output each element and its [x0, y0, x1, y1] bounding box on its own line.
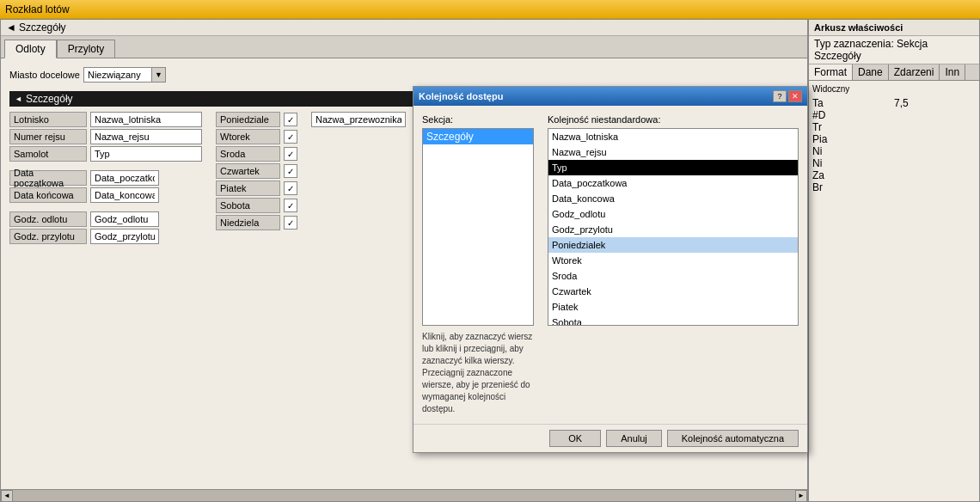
dialog-help-button[interactable]: ? — [773, 90, 787, 102]
kolejnosc-title: Kolejność niestandardowa: — [548, 114, 799, 125]
ok-button[interactable]: OK — [549, 430, 601, 447]
kolejnosc-col: Kolejność niestandardowa: Nazwa_lotniska… — [548, 114, 799, 415]
auto-order-button[interactable]: Kolejność automatyczna — [667, 430, 799, 447]
sekcja-title: Sekcja: — [422, 114, 534, 125]
dialog-close-button[interactable]: ✕ — [788, 90, 802, 102]
list-item-2[interactable]: Typ — [548, 160, 798, 175]
dialog-titlebar: Kolejność dostępu ? ✕ — [413, 87, 807, 106]
dialog-title: Kolejność dostępu — [419, 91, 503, 101]
sekcja-col: Sekcja: Szczegóły Kliknij, aby zaznaczyć… — [422, 114, 534, 415]
list-item-10[interactable]: Czwartek — [548, 284, 798, 299]
dialog-overlay: Kolejność dostępu ? ✕ Sekcja: Szczegóły … — [0, 0, 980, 502]
list-item-12[interactable]: Sobota — [548, 315, 798, 326]
dialog-columns: Sekcja: Szczegóły Kliknij, aby zaznaczyć… — [422, 114, 799, 415]
list-item-6[interactable]: Godz_przylotu — [548, 222, 798, 237]
kolejnosc-list[interactable]: Nazwa_lotniska Nazwa_rejsu Typ Data_pocz… — [548, 128, 799, 326]
dialog-controls: ? ✕ — [773, 90, 802, 102]
list-item-0[interactable]: Nazwa_lotniska — [548, 129, 798, 144]
list-item-7[interactable]: Poniedzialek — [548, 237, 798, 253]
sekcja-list[interactable]: Szczegóły — [422, 128, 534, 326]
list-item-9[interactable]: Sroda — [548, 268, 798, 284]
access-order-dialog: Kolejność dostępu ? ✕ Sekcja: Szczegóły … — [413, 86, 808, 453]
list-item-3[interactable]: Data_poczatkowa — [548, 175, 798, 191]
cancel-button[interactable]: Anuluj — [606, 430, 662, 447]
list-item-5[interactable]: Godz_odlotu — [548, 206, 798, 222]
sekcja-item-szczegoly[interactable]: Szczegóły — [423, 129, 533, 144]
dialog-body: Sekcja: Szczegóły Kliknij, aby zaznaczyć… — [413, 106, 807, 424]
list-item-11[interactable]: Piatek — [548, 299, 798, 315]
dialog-hint: Kliknij, aby zaznaczyć wiersz lub klikni… — [422, 331, 534, 415]
list-item-1[interactable]: Nazwa_rejsu — [548, 144, 798, 160]
list-item-8[interactable]: Wtorek — [548, 253, 798, 268]
dialog-footer: OK Anuluj Kolejność automatyczna — [413, 424, 807, 452]
list-item-4[interactable]: Data_koncowa — [548, 191, 798, 206]
